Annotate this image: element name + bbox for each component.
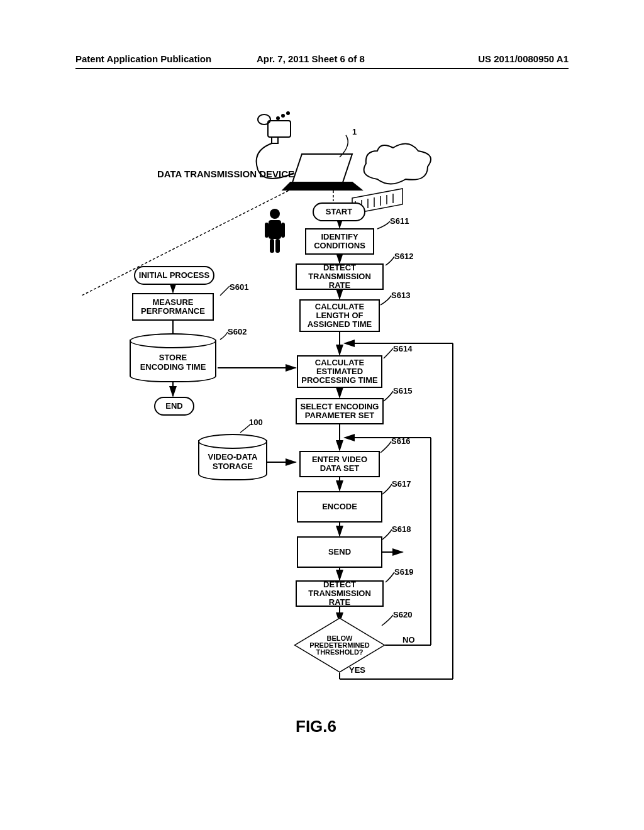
- start-text: START: [326, 208, 352, 216]
- s615-label: S615: [393, 386, 412, 396]
- calculate-assigned-time-text: CALCULATE LENGTH OF ASSIGNED TIME: [308, 302, 372, 329]
- svg-point-8: [270, 209, 280, 219]
- select-encoding-param-text: SELECT ENCODING PARAMETER SET: [301, 402, 379, 421]
- detect-transmission-rate-2-box: DETECT TRANSMISSION RATE: [296, 580, 384, 607]
- end-terminator: END: [154, 397, 194, 416]
- measure-performance-text: MEASURE PERFORMANCE: [141, 298, 205, 316]
- detect-transmission-rate-2-text: DETECT TRANSMISSION RATE: [297, 580, 382, 607]
- s619-label: S619: [394, 567, 413, 577]
- calculate-estimated-time-box: CALCULATE ESTIMATED PROCESSING TIME: [297, 355, 382, 388]
- no-label: NO: [402, 635, 415, 645]
- device-number-1: 1: [352, 127, 357, 136]
- svg-rect-0: [268, 121, 291, 137]
- svg-rect-9: [269, 220, 281, 239]
- detect-transmission-rate-1-text: DETECT TRANSMISSION RATE: [297, 263, 382, 290]
- s601-label: S601: [230, 282, 248, 292]
- send-box: SEND: [297, 536, 382, 568]
- svg-rect-13: [275, 239, 280, 253]
- measure-performance-box: MEASURE PERFORMANCE: [132, 293, 214, 321]
- svg-point-4: [287, 112, 289, 114]
- detect-transmission-rate-1-box: DETECT TRANSMISSION RATE: [296, 263, 384, 290]
- end-text: END: [165, 402, 182, 411]
- encode-box: ENCODE: [297, 491, 382, 523]
- s611-label: S611: [390, 216, 409, 226]
- calculate-estimated-time-text: CALCULATE ESTIMATED PROCESSING TIME: [301, 358, 377, 385]
- svg-rect-12: [270, 239, 274, 253]
- select-encoding-param-box: SELECT ENCODING PARAMETER SET: [296, 398, 384, 424]
- svg-point-1: [258, 114, 270, 124]
- send-text: SEND: [328, 548, 351, 556]
- header-publication: Patent Application Publication: [75, 53, 231, 64]
- enter-video-data-box: ENTER VIDEO DATA SET: [299, 451, 380, 477]
- enter-video-data-text: ENTER VIDEO DATA SET: [312, 455, 367, 473]
- svg-rect-11: [281, 223, 285, 238]
- video-data-storage-text: VIDEO-DATA STORAGE: [199, 452, 266, 471]
- header-patent-number: US 2011/0080950 A1: [413, 53, 569, 64]
- initial-process-text: INITIAL PROCESS: [139, 271, 209, 280]
- yes-label: YES: [349, 665, 365, 675]
- svg-rect-10: [265, 223, 269, 238]
- storage-number-100: 100: [249, 418, 263, 427]
- video-data-storage-cylinder: VIDEO-DATA STORAGE: [198, 440, 267, 480]
- s617-label: S617: [392, 479, 411, 489]
- connectors-svg: [0, 88, 644, 780]
- data-transmission-device-label: DATA TRANSMISSION DEVICE: [157, 169, 294, 179]
- store-encoding-time-text: STORE ENCODING TIME: [131, 353, 215, 372]
- encode-text: ENCODE: [322, 502, 357, 511]
- s618-label: S618: [392, 524, 411, 534]
- store-encoding-time-cylinder: STORE ENCODING TIME: [130, 340, 216, 382]
- s614-label: S614: [393, 344, 412, 353]
- s602-label: S602: [228, 327, 247, 336]
- identify-conditions-text: IDENTIFY CONDITIONS: [314, 233, 365, 251]
- s612-label: S612: [394, 252, 413, 261]
- initial-process-terminator: INITIAL PROCESS: [134, 266, 214, 285]
- identify-conditions-box: IDENTIFY CONDITIONS: [305, 228, 374, 255]
- s613-label: S613: [391, 290, 410, 300]
- s620-label: S620: [393, 610, 412, 619]
- svg-point-2: [277, 117, 279, 119]
- header-date-sheet: Apr. 7, 2011 Sheet 6 of 8: [231, 53, 413, 64]
- diagram-canvas: DATA TRANSMISSION DEVICE 1 INITIAL PROCE…: [0, 88, 644, 780]
- start-terminator: START: [313, 202, 365, 221]
- threshold-decision-text: BELOW PREDETERMINED THRESHOLD?: [296, 635, 384, 656]
- s616-label: S616: [391, 436, 410, 446]
- threshold-decision-diamond: BELOW PREDETERMINED THRESHOLD?: [296, 623, 384, 667]
- svg-point-3: [282, 114, 284, 117]
- figure-caption: FIG.6: [296, 717, 336, 736]
- header-divider: [75, 68, 569, 69]
- calculate-assigned-time-box: CALCULATE LENGTH OF ASSIGNED TIME: [299, 299, 380, 332]
- svg-rect-5: [272, 137, 278, 143]
- page-header: Patent Application Publication Apr. 7, 2…: [0, 53, 644, 67]
